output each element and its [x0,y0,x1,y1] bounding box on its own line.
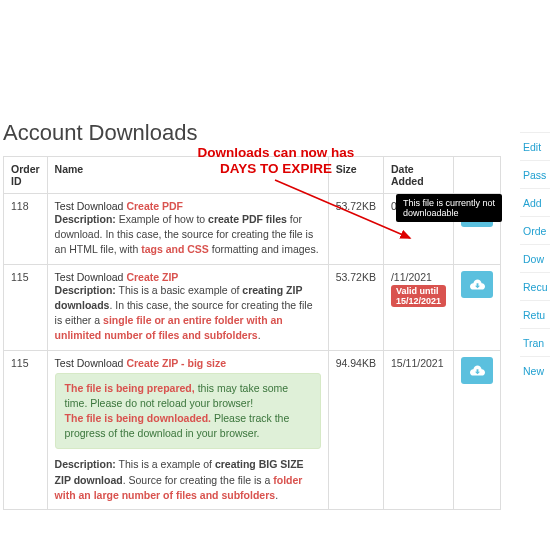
order-id: 118 [4,194,48,265]
sidemenu-item[interactable]: Tran [520,328,550,356]
download-button[interactable] [461,357,493,384]
sidemenu-item[interactable]: Add [520,188,550,216]
page-title: Account Downloads [3,120,550,146]
sidemenu-item[interactable]: New [520,356,550,384]
cloud-download-icon [470,278,485,291]
file-size: 94.94KB [328,350,383,510]
col-action [454,157,501,194]
file-size: 53.72KB [328,264,383,350]
cloud-download-icon [470,364,485,377]
col-date-added: Date Added [383,157,453,194]
sidemenu-item[interactable]: Pass [520,160,550,188]
date-added: /11/2021 [391,271,432,283]
download-name: Test Download Create PDF [55,200,183,212]
order-id: 115 [4,350,48,510]
tooltip: This file is currently not downloadable [396,194,502,222]
sidemenu-item[interactable]: Recu [520,272,550,300]
col-order-id: Order ID [4,157,48,194]
file-size: 53.72KB [328,194,383,265]
col-size: Size [328,157,383,194]
table-row: 115 Test Download Create ZIP Description… [4,264,501,350]
download-name: Test Download Create ZIP [55,271,179,283]
account-sidemenu: Edit Pass Add Orde Dow Recu Retu Tran Ne… [520,132,550,384]
sidemenu-item[interactable]: Edit [520,132,550,160]
date-added: 15/11/2021 [383,350,453,510]
download-description: Description: Example of how to create PD… [55,213,319,255]
sidemenu-item[interactable]: Dow [520,244,550,272]
download-button[interactable] [461,271,493,298]
order-id: 115 [4,264,48,350]
download-description: Description: This is a example of creati… [55,458,304,500]
sidemenu-item[interactable]: Retu [520,300,550,328]
download-description: Description: This is a basic example of … [55,284,313,342]
col-name: Name [47,157,328,194]
sidemenu-item[interactable]: Orde [520,216,550,244]
expiry-badge: Valid until 15/12/2021 [391,285,446,307]
download-name: Test Download Create ZIP - big size [55,357,226,369]
table-row: 115 Test Download Create ZIP - big size … [4,350,501,510]
progress-alert: The file is being prepared, this may tak… [55,373,321,450]
